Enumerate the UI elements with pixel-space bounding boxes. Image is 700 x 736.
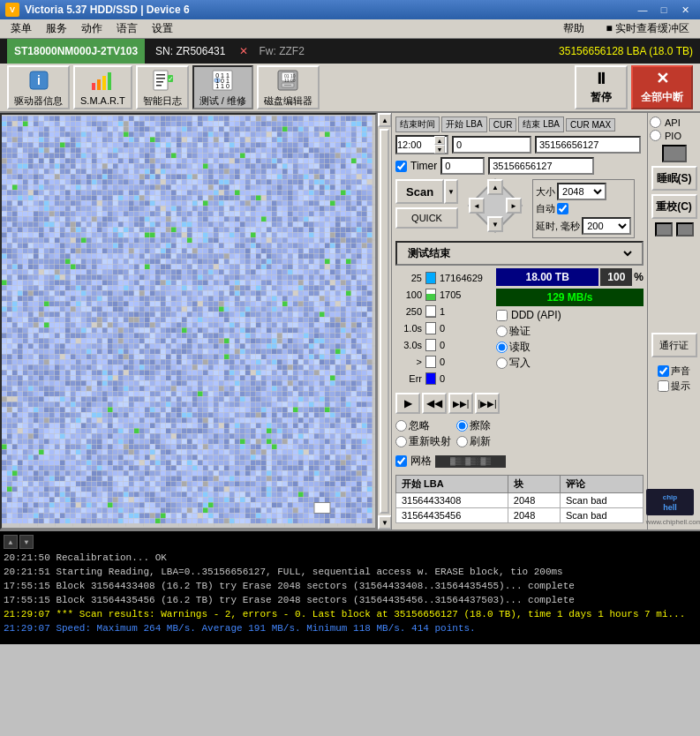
cert-button[interactable]: 通行证 xyxy=(651,333,697,357)
pause-button[interactable]: ⏸ 暂停 xyxy=(575,65,628,109)
svg-rect-4708 xyxy=(335,466,341,471)
close-button[interactable]: ✕ xyxy=(675,2,695,18)
svg-rect-1091 xyxy=(87,196,92,201)
svg-rect-1680 xyxy=(240,238,245,244)
play-button[interactable]: ▶ xyxy=(395,393,420,414)
svg-rect-2776 xyxy=(113,323,118,328)
menu-service[interactable]: 服务 xyxy=(39,19,74,38)
svg-rect-3015 xyxy=(267,339,272,344)
start-lba-input[interactable] xyxy=(452,136,531,154)
skip-end-button[interactable]: |▶▶| xyxy=(475,393,500,414)
svg-rect-5285 xyxy=(55,514,60,519)
ignore-radio[interactable] xyxy=(395,420,407,432)
svg-rect-4686 xyxy=(219,466,224,471)
svg-rect-5189 xyxy=(288,503,293,508)
nav-up-button[interactable]: ▲ xyxy=(487,179,503,195)
time-input[interactable] xyxy=(397,139,434,150)
time-down-button[interactable]: ▼ xyxy=(434,145,445,154)
scan-button-group: Scan ▼ QUICK xyxy=(395,179,458,229)
pio-radio[interactable] xyxy=(650,130,661,141)
menu-action[interactable]: 动作 xyxy=(74,19,109,38)
ddd-checkbox[interactable] xyxy=(496,310,508,321)
test-repair-button[interactable]: 0 1 1 1 0 1 1 1 0 测试 / 维修 xyxy=(192,65,253,109)
svg-rect-4739 xyxy=(129,471,134,477)
minimize-button[interactable]: — xyxy=(633,2,652,18)
log-scroll-down[interactable]: ▼ xyxy=(19,535,34,549)
sleep-button[interactable]: 睡眠(S) xyxy=(651,166,697,191)
stop-button[interactable]: ✕ 全部中断 xyxy=(631,65,693,109)
svg-rect-3879 xyxy=(23,408,28,413)
svg-rect-4831 xyxy=(245,477,251,482)
hint-label: 提示 xyxy=(671,379,690,393)
device-remove-icon[interactable]: ✕ xyxy=(236,45,252,57)
svg-rect-1236 xyxy=(113,207,118,212)
svg-rect-3436 xyxy=(272,371,277,376)
calibrate-button[interactable]: 重校(C) xyxy=(651,194,697,219)
svg-rect-740 xyxy=(81,169,87,175)
verify-radio[interactable] xyxy=(496,326,508,337)
scroll-down-button[interactable]: ▼ xyxy=(378,515,392,529)
result-select[interactable]: 测试结束 xyxy=(404,244,635,262)
auto-checkbox[interactable] xyxy=(557,203,568,214)
svg-rect-3557 xyxy=(171,381,177,387)
svg-rect-2916 xyxy=(113,334,118,339)
auto-row: 自动 xyxy=(536,202,631,215)
graph-scrollbar[interactable]: ▲ ▼ xyxy=(377,113,391,529)
nav-down-button[interactable]: ▼ xyxy=(487,216,503,232)
svg-rect-3211 xyxy=(192,355,198,360)
scan-dropdown-button[interactable]: ▼ xyxy=(444,179,458,204)
timer-checkbox[interactable] xyxy=(395,161,407,172)
svg-rect-557 xyxy=(224,154,230,159)
log-scroll-up[interactable]: ▲ xyxy=(4,535,18,549)
time-up-button[interactable]: ▲ xyxy=(434,136,445,145)
grid-checkbox[interactable] xyxy=(395,455,407,467)
nav-left-button[interactable]: ◄ xyxy=(469,198,485,214)
log-button[interactable]: ✓ 智能日志 xyxy=(136,65,189,109)
svg-rect-3854 xyxy=(261,402,267,408)
svg-rect-2285 xyxy=(108,286,113,291)
svg-rect-4507 xyxy=(12,455,18,461)
size-select[interactable]: 2048 512 1024 4096 xyxy=(559,184,605,199)
svg-rect-762 xyxy=(198,169,203,175)
svg-rect-2461 xyxy=(298,297,304,302)
hint-checkbox[interactable] xyxy=(658,380,669,392)
api-radio[interactable] xyxy=(650,116,661,128)
quick-button[interactable]: QUICK xyxy=(395,207,458,229)
svg-rect-2156 xyxy=(166,275,171,281)
scroll-up-button[interactable]: ▲ xyxy=(378,113,392,127)
smart-button[interactable]: S.M.A.R.T xyxy=(73,65,132,109)
svg-rect-1477 xyxy=(277,222,282,228)
end-lba-input1[interactable] xyxy=(535,136,641,154)
svg-rect-3684 xyxy=(102,392,108,397)
sound-checkbox[interactable] xyxy=(658,365,669,377)
svg-rect-321 xyxy=(87,138,92,143)
menu-help[interactable]: 帮助 xyxy=(556,19,591,38)
erase-radio[interactable] xyxy=(456,420,468,432)
write-radio[interactable] xyxy=(496,357,508,369)
device-name[interactable]: ST18000NM000J-2TV103 xyxy=(7,39,145,64)
read-radio[interactable] xyxy=(496,342,508,353)
menu-buffer[interactable]: ■ 实时查看缓冲区 xyxy=(598,19,696,38)
svg-rect-3786 xyxy=(272,397,277,402)
remap-radio[interactable] xyxy=(395,436,407,447)
svg-rect-516 xyxy=(7,154,12,159)
menu-settings[interactable]: 设置 xyxy=(145,19,180,38)
nav-right-button[interactable]: ► xyxy=(506,198,522,214)
timer-input[interactable] xyxy=(440,157,485,175)
svg-rect-467 xyxy=(118,148,124,154)
fast-forward-button[interactable]: ▶▶| xyxy=(448,393,473,414)
scan-button[interactable]: Scan xyxy=(395,179,444,204)
svg-rect-3542 xyxy=(92,381,97,387)
delay-select[interactable]: 200 100 500 xyxy=(583,219,629,233)
menu-language[interactable]: 语言 xyxy=(109,19,145,38)
refresh-radio[interactable] xyxy=(456,436,468,447)
svg-rect-4249 xyxy=(129,434,134,439)
scroll-thumb[interactable] xyxy=(380,129,389,514)
end-lba-input2[interactable] xyxy=(488,157,594,175)
drive-info-button[interactable]: i 驱动器信息 xyxy=(7,65,70,109)
time-input-group[interactable]: ▲ ▼ xyxy=(395,135,448,154)
maximize-button[interactable]: □ xyxy=(654,2,674,18)
disk-editor-button[interactable]: 01 10 11 00 磁盘编辑器 xyxy=(257,65,320,109)
menu-file[interactable]: 菜单 xyxy=(4,19,39,38)
rewind-button[interactable]: ◀◀ xyxy=(422,393,447,414)
